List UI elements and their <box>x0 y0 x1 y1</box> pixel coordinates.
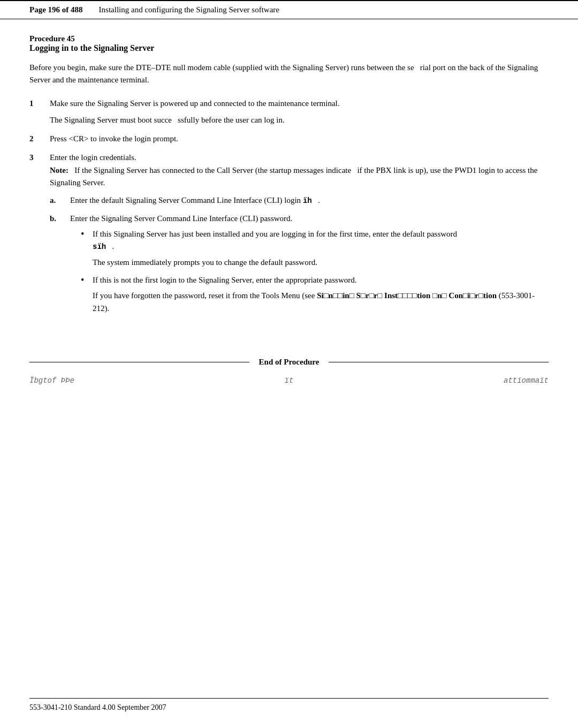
bullet-2-content: If this is not the first login to the Si… <box>93 274 549 315</box>
step-1-text: Make sure the Signaling Server is powere… <box>50 99 340 108</box>
step-2-content: Press <CR> to invoke the login prompt. <box>50 133 549 145</box>
step-2-text: Press <CR> to invoke the login prompt. <box>50 134 178 143</box>
main-content: Procedure 45 Logging in to the Signaling… <box>0 19 578 343</box>
cli-login-mono: ïh <box>303 196 312 205</box>
sub-step-a: a. Enter the default Signaling Server Co… <box>50 194 549 207</box>
bullet-1-content: If this Signaling Server has just been i… <box>93 228 549 269</box>
sub-step-a-content: Enter the default Signaling Server Comma… <box>70 194 549 207</box>
bullet-2-follow: If you have forgotten the password, rese… <box>93 290 549 315</box>
footer-nav-row: Ïbgtof ÞÞe ït attïommaït <box>29 376 549 385</box>
footer-nav-middle: ït <box>285 376 294 385</box>
bottom-rule <box>29 698 549 699</box>
footer-content: Ïbgtof ÞÞe ït attïommaït <box>0 376 578 408</box>
bullet-1-dot: • <box>81 228 93 240</box>
steps-list: 1 Make sure the Signaling Server is powe… <box>29 97 549 325</box>
bullet-2: • If this is not the first login to the … <box>81 274 549 315</box>
sub-step-b-content: Enter the Signaling Server Command Line … <box>70 213 549 320</box>
sub-step-a-label: a. <box>50 194 70 207</box>
procedure-title: Logging in to the Signaling Server <box>29 43 549 53</box>
note-label: Note: <box>50 166 69 175</box>
sub-step-b: b. Enter the Signaling Server Command Li… <box>50 213 549 320</box>
footer-nav-right: attïommaït <box>504 376 549 385</box>
eop-line-right <box>329 362 549 363</box>
step-3: 3 Enter the login credentials. Note: If … <box>29 151 549 325</box>
step-1-num: 1 <box>29 97 50 110</box>
page-container: Page 196 of 488 Installing and configuri… <box>0 0 578 728</box>
ref-bold-text: Si□n□□in□ S□r□r□ Inst□□□□tion □n□ Con□i□… <box>317 291 497 300</box>
bullet-1: • If this Signaling Server has just been… <box>81 228 549 269</box>
procedure-label: Procedure 45 <box>29 34 549 43</box>
step-2: 2 Press <CR> to invoke the login prompt. <box>29 133 549 145</box>
bullet-1-follow: The system immediately prompts you to ch… <box>93 256 549 269</box>
eop-line-left <box>29 362 249 363</box>
eop-bar: End of Procedure <box>29 358 549 367</box>
step-1-content: Make sure the Signaling Server is powere… <box>50 97 549 127</box>
step-1: 1 Make sure the Signaling Server is powe… <box>29 97 549 127</box>
bullet-list: • If this Signaling Server has just been… <box>81 228 549 315</box>
intro-paragraph: Before you begin, make sure the DTE–DTE … <box>29 62 549 87</box>
step-3-num: 3 <box>29 151 50 164</box>
sub-step-b-label: b. <box>50 213 70 225</box>
step-3-text: Enter the login credentials. <box>50 153 136 162</box>
step-3-note: Note: If the Signaling Server has connec… <box>50 164 549 189</box>
bullet-2-dot: • <box>81 274 93 286</box>
procedure-heading: Procedure 45 Logging in to the Signaling… <box>29 34 549 53</box>
bottom-bar: 553-3041-210 Standard 4.00 September 200… <box>0 698 578 712</box>
default-password-mono: sïh <box>93 242 106 251</box>
header-bar: Page 196 of 488 Installing and configuri… <box>0 0 578 19</box>
sub-step-b-text: Enter the Signaling Server Command Line … <box>70 214 292 223</box>
bottom-info: 553-3041-210 Standard 4.00 September 200… <box>29 703 166 711</box>
footer-nav-left: Ïbgtof ÞÞe <box>29 376 74 385</box>
sub-steps-list: a. Enter the default Signaling Server Co… <box>50 194 549 320</box>
header-title: Installing and configuring the Signaling… <box>99 5 279 14</box>
page-number: Page 196 of 488 <box>29 5 83 14</box>
step-3-content: Enter the login credentials. Note: If th… <box>50 151 549 325</box>
eop-label: End of Procedure <box>249 358 329 367</box>
step-1-subnote: The Signaling Server must boot succe ssf… <box>50 114 549 126</box>
step-2-num: 2 <box>29 133 50 145</box>
